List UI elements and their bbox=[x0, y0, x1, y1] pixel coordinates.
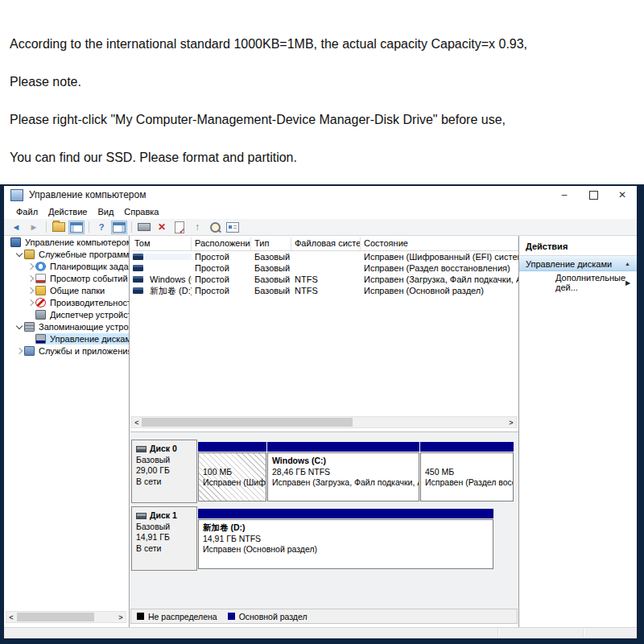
menu-item-file[interactable]: Файл bbox=[12, 206, 44, 217]
menu-item-action[interactable]: Действие bbox=[44, 206, 93, 217]
actions-more-label: Дополнительные дей... bbox=[555, 273, 625, 292]
menu-item-view[interactable]: Вид bbox=[93, 206, 120, 217]
volume-icon bbox=[133, 276, 143, 283]
up-icon[interactable]: ↑ bbox=[189, 221, 205, 234]
chevron-up-icon[interactable]: ▲ bbox=[625, 261, 630, 266]
tree-expander-icon[interactable] bbox=[14, 325, 24, 328]
delete-volume-icon[interactable]: ✕ bbox=[154, 221, 170, 234]
volume-list-horizontal-scrollbar[interactable]: < > bbox=[131, 416, 517, 428]
scroll-right-icon[interactable]: > bbox=[506, 417, 516, 427]
rescan-disks-icon[interactable] bbox=[136, 221, 152, 234]
up-icon: ↑ bbox=[195, 221, 200, 233]
scroll-right-icon[interactable]: > bbox=[116, 612, 126, 622]
partition[interactable]: Windows (C:)28,46 ГБ NTFSИсправен (Загру… bbox=[267, 442, 419, 502]
tree-expander-icon[interactable] bbox=[25, 288, 35, 293]
column-header-2[interactable]: Тип bbox=[251, 237, 291, 250]
legend-color-swatch bbox=[228, 613, 235, 620]
tree-item-task-scheduler[interactable]: Планировщик заданий bbox=[4, 260, 129, 272]
seller-note: According to the international standard … bbox=[10, 37, 639, 188]
cell-0 bbox=[131, 265, 192, 271]
disk-label[interactable]: Диск 1Базовый14,91 ГБВ сети bbox=[131, 506, 197, 571]
tree-item-label: Общие папки bbox=[50, 286, 105, 295]
device-manager-icon bbox=[35, 310, 46, 320]
console-tree-toggle-icon bbox=[70, 222, 83, 233]
cell-1: Простой bbox=[192, 286, 251, 295]
menu-bar: ФайлДействиеВидСправка bbox=[4, 204, 637, 219]
table-row[interactable]: 新加卷 (D:)ПростойБазовыйNTFSИсправен (Осно… bbox=[131, 285, 518, 296]
disk-label[interactable]: Диск 0Базовый29,00 ГБВ сети bbox=[131, 440, 197, 503]
toolbar-separator bbox=[131, 221, 132, 233]
tree-item-services[interactable]: Службы и приложения bbox=[4, 345, 129, 357]
menu-item-help[interactable]: Справка bbox=[120, 206, 165, 217]
scroll-left-icon[interactable]: < bbox=[132, 417, 142, 427]
close-button[interactable]: ✕ bbox=[608, 186, 637, 204]
tree-item-label: Просмотр событий bbox=[50, 274, 128, 283]
search-icon bbox=[210, 222, 221, 233]
minimize-button[interactable]: – bbox=[550, 186, 579, 204]
tree-expander-icon[interactable] bbox=[25, 264, 35, 269]
tree-expander-icon[interactable] bbox=[25, 300, 35, 305]
tree-item-performance[interactable]: Производительность bbox=[4, 296, 129, 308]
shared-folders-icon bbox=[35, 286, 46, 295]
table-row[interactable]: Windows (C:)ПростойБазовыйNTFSИсправен (… bbox=[131, 274, 518, 285]
partition[interactable]: 新加卷 (D:)14,91 ГБ NTFSИсправен (Основной … bbox=[198, 509, 493, 569]
tree-item-event-viewer[interactable]: Просмотр событий bbox=[4, 272, 129, 284]
toolbar-separator bbox=[89, 221, 89, 233]
help-icon[interactable]: ? bbox=[93, 221, 109, 234]
scroll-left-icon[interactable]: < bbox=[6, 612, 16, 622]
title-bar[interactable]: Управление компьютером – ✕ bbox=[4, 186, 637, 204]
partition-body: 450 МБИсправен (Раздел восс bbox=[420, 452, 514, 502]
partition-title bbox=[425, 456, 513, 467]
tree-item-shared-folders[interactable]: Общие папки bbox=[4, 284, 129, 296]
tree-item-body: Управление дисками bbox=[35, 333, 130, 345]
tree-item-computer[interactable]: Управление компьютером (л bbox=[4, 236, 129, 248]
tree-item-system-tools[interactable]: Служебные программы bbox=[4, 248, 129, 260]
column-header-0[interactable]: Том bbox=[131, 237, 192, 250]
search-icon[interactable] bbox=[207, 221, 223, 234]
console-tree-toggle-icon[interactable] bbox=[68, 221, 85, 234]
table-row[interactable]: ПростойБазовыйИсправен (Раздел восстанов… bbox=[131, 262, 518, 274]
table-row[interactable]: ПростойБазовыйИсправен (Шифрованный (EFI… bbox=[131, 251, 518, 262]
tree-item-label: Диспетчер устройств bbox=[50, 310, 130, 320]
details-icon[interactable] bbox=[225, 221, 241, 234]
column-header-3[interactable]: Файловая система bbox=[291, 237, 361, 250]
actions-more-item[interactable]: Дополнительные дей... ▶ bbox=[519, 276, 637, 289]
cell-1: Простой bbox=[192, 263, 251, 273]
properties-icon[interactable] bbox=[171, 221, 188, 234]
tree-item-disk-management[interactable]: Управление дисками bbox=[4, 332, 129, 345]
scrollbar-thumb[interactable] bbox=[17, 613, 94, 621]
cell-4: Исправен (Загрузка, Файл подкачки, Ава bbox=[361, 275, 518, 284]
tree-horizontal-scrollbar[interactable]: < > bbox=[6, 611, 126, 623]
export-list-folder-icon[interactable] bbox=[51, 221, 67, 234]
tree-expander-icon[interactable] bbox=[14, 253, 24, 256]
back-icon[interactable]: ◄ bbox=[8, 221, 24, 234]
tree-item-device-manager[interactable]: Диспетчер устройств bbox=[4, 308, 129, 320]
action-pane-toggle-icon[interactable] bbox=[111, 221, 127, 234]
partition-title: Windows (C:) bbox=[272, 456, 419, 467]
partition-color-bar bbox=[198, 442, 266, 452]
volume-name: 新加卷 (D:) bbox=[147, 285, 192, 297]
maximize-button[interactable] bbox=[579, 186, 608, 204]
actions-group-disk-management[interactable]: Управление дисками ▲ bbox=[519, 256, 637, 271]
column-header-1[interactable]: Расположение bbox=[192, 237, 251, 250]
partition[interactable]: 450 МБИсправен (Раздел восс bbox=[420, 442, 514, 502]
partition-body: 100 МБИсправен (Шифр bbox=[198, 452, 266, 502]
actions-header: Действия bbox=[526, 242, 637, 251]
tree-item-label: Производительность bbox=[50, 298, 130, 308]
partition-status: Исправен (Шифр bbox=[203, 477, 266, 489]
cell-3: NTFS bbox=[291, 275, 361, 284]
disk-size: 14,91 ГБ bbox=[136, 532, 196, 543]
column-header-4[interactable]: Состояние bbox=[361, 237, 518, 250]
properties-icon bbox=[175, 221, 184, 233]
legend-item: Не распределена bbox=[137, 612, 217, 621]
forward-icon[interactable]: ► bbox=[26, 221, 42, 234]
chevron-down-icon bbox=[15, 322, 22, 328]
partition-title bbox=[203, 456, 266, 467]
tree-item-body: Планировщик заданий bbox=[35, 261, 130, 272]
partition[interactable]: 100 МБИсправен (Шифр bbox=[198, 442, 266, 502]
window-icon bbox=[10, 189, 23, 201]
tree-expander-icon[interactable] bbox=[25, 276, 35, 281]
tree-expander-icon[interactable] bbox=[14, 349, 24, 353]
scrollbar-thumb[interactable] bbox=[142, 418, 353, 427]
tree-item-storage[interactable]: Запоминающие устройст bbox=[4, 320, 129, 332]
